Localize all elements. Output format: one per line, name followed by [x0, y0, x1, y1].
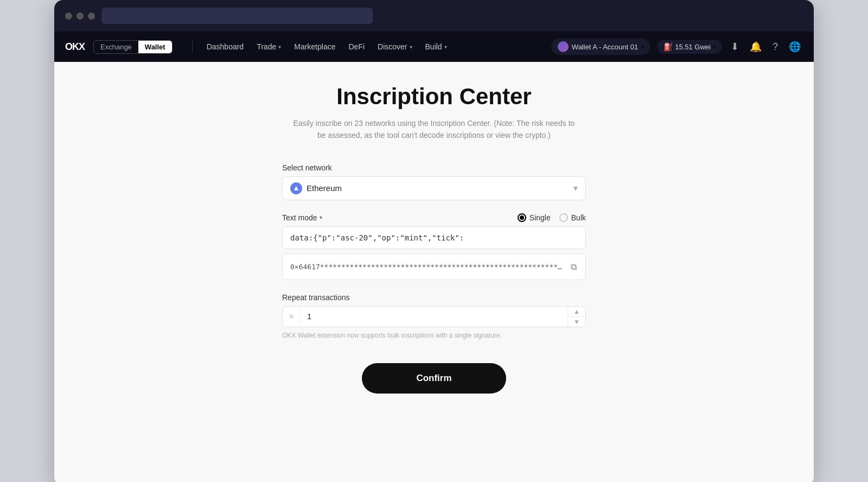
network-select[interactable]: Ethereum ▾: [282, 176, 586, 200]
quantity-value: 1: [301, 307, 567, 326]
traffic-light-close[interactable]: [65, 12, 72, 20]
nav-item-discover[interactable]: Discover ▾: [372, 39, 417, 54]
nav-links: Dashboard Trade ▾ Marketplace DeFi Disco…: [201, 39, 551, 54]
copy-hex-button[interactable]: ⧉: [570, 261, 578, 273]
inscription-form: Select network Ethereum ▾ Text mode ▾: [282, 163, 586, 394]
navbar: OKX Exchange Wallet Dashboard Trade ▾ Ma…: [54, 31, 814, 62]
radio-group: Single Bulk: [518, 213, 586, 222]
nav-divider: [192, 40, 193, 53]
gas-pump-icon: ⛽: [663, 42, 673, 51]
okx-logo-text: OKX: [65, 41, 85, 53]
radio-single-label: Single: [529, 213, 551, 222]
text-mode-row: Text mode ▾ Single Bulk: [282, 213, 586, 222]
wallet-name-label: Wallet A - Account 01: [572, 43, 638, 51]
gas-info-button[interactable]: ⛽ 15.51 Gwei ▾: [657, 40, 722, 54]
discover-chevron-icon: ▾: [410, 44, 412, 50]
wallet-toggle-btn[interactable]: Wallet: [138, 41, 172, 53]
nav-item-trade[interactable]: Trade ▾: [251, 39, 286, 54]
exchange-toggle-btn[interactable]: Exchange: [94, 41, 138, 53]
nav-right: Wallet A - Account 01 ▾ ⛽ 15.51 Gwei ▾ ⬇…: [551, 39, 803, 55]
traffic-light-maximize[interactable]: [88, 12, 95, 20]
browser-window: OKX Exchange Wallet Dashboard Trade ▾ Ma…: [54, 0, 814, 482]
download-icon[interactable]: ⬇: [729, 39, 741, 55]
network-value: Ethereum: [307, 183, 342, 193]
gas-value-label: 15.51 Gwei: [675, 43, 711, 51]
quantity-prefix: ×: [283, 307, 301, 326]
nav-item-build[interactable]: Build ▾: [420, 39, 452, 54]
nav-toggle: Exchange Wallet: [93, 40, 173, 54]
nav-item-marketplace[interactable]: Marketplace: [289, 39, 341, 54]
network-chevron-icon: ▾: [573, 183, 578, 193]
main-content: Inscription Center Easily inscribe on 23…: [54, 62, 814, 482]
navbar-logo: OKX: [65, 41, 85, 53]
page-subtitle: Easily inscribe on 23 networks using the…: [293, 117, 575, 142]
text-mode-chevron-icon: ▾: [320, 214, 322, 220]
form-hint: OKX Wallet extension now supports bulk i…: [282, 332, 586, 339]
repeat-label: Repeat transactions: [282, 293, 586, 302]
traffic-lights: [65, 12, 95, 20]
quantity-input-row: × 1 ▲ ▼: [282, 306, 586, 327]
gas-chevron-icon: ▾: [713, 44, 716, 50]
wallet-info-button[interactable]: Wallet A - Account 01 ▾: [551, 39, 650, 55]
network-field-group: Select network Ethereum ▾: [282, 163, 586, 200]
text-mode-label[interactable]: Text mode ▾: [282, 213, 322, 222]
traffic-light-minimize[interactable]: [76, 12, 84, 20]
radio-bulk-option[interactable]: Bulk: [559, 213, 586, 222]
page-title: Inscription Center: [336, 84, 531, 110]
address-bar[interactable]: [101, 8, 373, 24]
build-chevron-icon: ▾: [444, 44, 447, 50]
browser-chrome: [54, 0, 814, 31]
radio-bulk-label: Bulk: [571, 213, 586, 222]
wallet-chevron-icon: ▾: [641, 44, 644, 50]
wallet-avatar: [558, 41, 569, 52]
inscription-text-input[interactable]: [282, 226, 586, 249]
nav-item-defi[interactable]: DeFi: [343, 39, 370, 54]
trade-chevron-icon: ▾: [278, 44, 281, 50]
quantity-increase-btn[interactable]: ▲: [568, 307, 585, 316]
hex-value-text: 0×64617*********************************…: [290, 263, 565, 271]
bell-icon[interactable]: 🔔: [748, 39, 764, 55]
radio-single-option[interactable]: Single: [518, 213, 551, 222]
radio-bulk-circle: [559, 213, 568, 222]
globe-icon[interactable]: 🌐: [787, 39, 803, 55]
help-icon[interactable]: ?: [770, 39, 780, 55]
quantity-controls: ▲ ▼: [567, 307, 585, 327]
network-label: Select network: [282, 163, 586, 172]
network-select-left: Ethereum: [290, 182, 342, 194]
nav-item-dashboard[interactable]: Dashboard: [201, 39, 250, 54]
repeat-transactions-group: Repeat transactions × 1 ▲ ▼ OKX Wallet e…: [282, 293, 586, 339]
hex-display: 0×64617*********************************…: [282, 253, 586, 280]
radio-single-circle: [518, 213, 526, 222]
text-mode-section: Text mode ▾ Single Bulk: [282, 213, 586, 280]
quantity-decrease-btn[interactable]: ▼: [568, 317, 585, 327]
confirm-button[interactable]: Confirm: [362, 363, 506, 394]
ethereum-icon: [290, 182, 302, 194]
